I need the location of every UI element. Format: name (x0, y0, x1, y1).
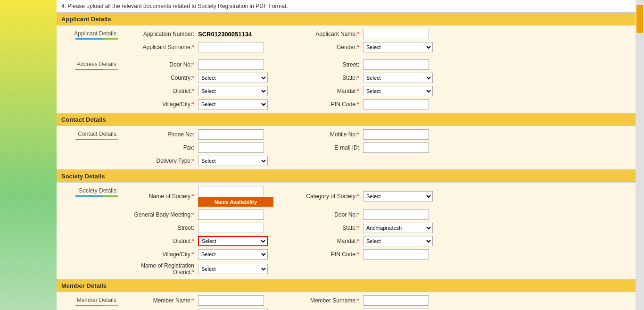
district-select[interactable]: Select (198, 86, 268, 96)
applicant-side-label: Applicant Details: (57, 25, 123, 56)
society-pin-label: PIN Code:* (288, 251, 363, 258)
reg-district-label: Name of Registration District:* (123, 262, 198, 276)
general-body-label: General Body Meeting:* (123, 211, 198, 218)
phone-label: Phone No: (123, 131, 198, 138)
village-pin-row: Village/City:* Select PIN Code:* (123, 98, 636, 111)
address-underline (75, 69, 118, 70)
society-street-label: Street: (123, 225, 198, 231)
email-input[interactable] (363, 142, 429, 153)
country-label: Country:* (123, 75, 198, 81)
reg-district-row: Name of Registration District:* Select (123, 261, 636, 277)
scrollbar-thumb[interactable] (636, 5, 643, 33)
applicant-section: Applicant Details Applicant Details: App… (57, 13, 636, 113)
general-body-input[interactable] (198, 209, 264, 220)
contact-section-header: Contact Details (57, 113, 636, 126)
reg-district-select[interactable]: Select (198, 264, 268, 274)
mandal-select[interactable]: Select (363, 86, 433, 96)
village-city-label: Village/City:* (123, 101, 198, 108)
category-select[interactable]: Select (363, 191, 433, 201)
village-city-select[interactable]: Select (198, 99, 268, 109)
app-number-value: SCR012300051134 (198, 31, 252, 38)
district-mandal-row: District:* Select Mandal:* (123, 84, 636, 98)
country-state-row: Country:* Select State:* (123, 71, 636, 84)
society-street-input[interactable] (198, 223, 264, 233)
delivery-type-select[interactable]: Select Speed Post Registered Post Email (198, 156, 268, 166)
member-name-label: Member Name:* (123, 297, 198, 304)
society-village-select[interactable]: Select (198, 249, 268, 260)
society-name-input[interactable] (198, 186, 264, 196)
street-label: Street: (288, 61, 363, 68)
pin-code-input[interactable] (363, 99, 429, 109)
society-door-input[interactable] (363, 209, 429, 220)
society-pin-input[interactable] (363, 249, 429, 260)
gender-select[interactable]: Select Male Female Transgender (363, 42, 433, 52)
notice-text: 4. Please upload all the relevant docume… (61, 3, 288, 9)
society-mandal-select[interactable]: Select (363, 236, 433, 246)
state-label: State:* (288, 75, 363, 81)
member-name-input[interactable] (198, 295, 264, 306)
applicant-underline (75, 38, 118, 40)
app-surname-label: Applicant Surname:* (123, 44, 198, 50)
app-number-row: Application Number: SCR012300051134 Appl… (123, 27, 636, 41)
app-name-label: Applicant Name:* (288, 31, 363, 37)
district-label: District:* (123, 88, 198, 94)
email-label: E-mail ID: (288, 144, 363, 151)
door-no-input[interactable] (198, 59, 264, 70)
scrollbar[interactable] (636, 0, 644, 310)
category-label: Category of Society:* (288, 193, 363, 200)
member-section: Member Details Member Details: Member Na… (57, 279, 636, 310)
state-select[interactable]: Select (363, 73, 433, 83)
member-surname-label: Member Surname:* (288, 297, 363, 304)
country-select[interactable]: Select (198, 73, 268, 83)
mobile-label: Mobile No:* (288, 131, 363, 138)
society-door-label: Door No:* (288, 211, 363, 218)
society-name-label: Name of Society:* (123, 193, 198, 200)
street-input[interactable] (363, 59, 429, 70)
member-gender-age-row: Gender:* Select Male Female (123, 307, 636, 310)
society-street-state-row: Street: State:* Andhrapradesh (123, 221, 636, 235)
phone-input[interactable] (198, 129, 264, 140)
fax-label: Fax: (123, 144, 198, 151)
member-section-header: Member Details (57, 279, 636, 292)
phone-mobile-row: Phone No: Mobile No:* (123, 128, 636, 141)
society-village-pin-row: Village/City:* Select PIN Code:* (123, 248, 636, 261)
society-section-header: Society Details (57, 170, 636, 183)
member-name-row: Member Name:* Member Surname:* (123, 294, 636, 307)
address-side-label: Address Details: (57, 56, 123, 113)
pin-code-label: PIN Code:* (288, 101, 363, 108)
applicant-name-input[interactable] (363, 29, 429, 39)
mobile-input[interactable] (363, 129, 429, 140)
address-subsection: Address Details: Door No:* (57, 56, 636, 113)
surname-row: Applicant Surname:* Gender:* (123, 41, 636, 54)
society-section: Society Details Society Details: Name of… (57, 170, 636, 279)
society-district-label: District:* (123, 238, 198, 244)
door-street-row: Door No:* Street: (123, 58, 636, 71)
society-name-row: Name of Society:* Name Availability Cate… (123, 184, 636, 208)
society-district-select[interactable]: Select (198, 236, 268, 246)
app-number-label: Application Number: (123, 31, 198, 37)
door-no-label: Door No:* (123, 61, 198, 68)
name-availability-button[interactable]: Name Availability (198, 197, 273, 207)
general-body-row: General Body Meeting:* Door No:* (123, 208, 636, 221)
notice-bar: 4. Please upload all the relevant docume… (57, 0, 636, 13)
contact-underline (75, 139, 118, 140)
society-state-label: State:* (288, 225, 363, 231)
society-underline (75, 195, 118, 197)
contact-side-label: Contact Details: (57, 126, 123, 169)
contact-section: Contact Details Contact Details: Phone N… (57, 113, 636, 170)
society-village-label: Village/City:* (123, 251, 198, 258)
society-state-select[interactable]: Andhrapradesh (363, 223, 433, 233)
member-side-label: Member Details: (57, 292, 123, 310)
member-underline (75, 305, 118, 306)
applicant-surname-input[interactable] (198, 42, 264, 52)
society-mandal-label: Mandal:* (288, 238, 363, 244)
member-surname-input[interactable] (363, 295, 429, 306)
applicant-section-header: Applicant Details (57, 13, 636, 25)
delivery-type-label: Delivery Type:* (123, 158, 198, 164)
fax-input[interactable] (198, 142, 264, 153)
society-side-label: Society Details: (57, 183, 123, 279)
mandal-label: Mandal:* (288, 88, 363, 94)
gender-label: Gender:* (288, 44, 363, 50)
society-district-mandal-row: District:* Select Mandal:* (123, 235, 636, 248)
delivery-row: Delivery Type:* Select Speed Post Regist… (123, 154, 636, 168)
